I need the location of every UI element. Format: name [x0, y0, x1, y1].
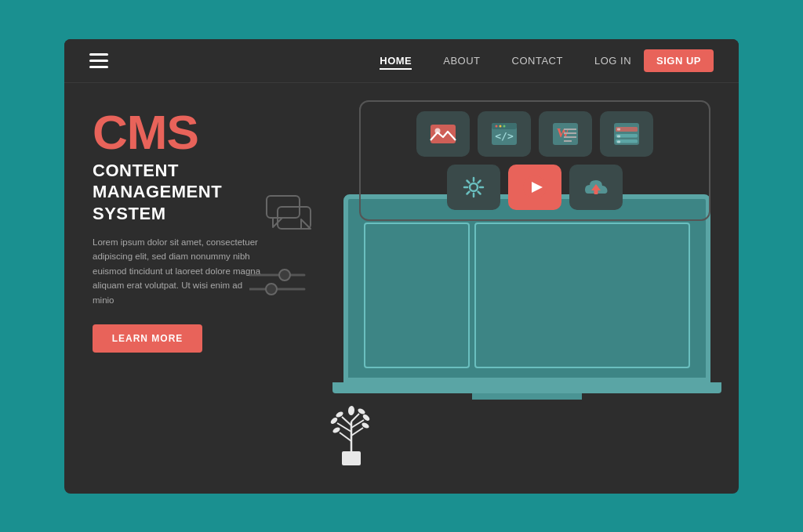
icon-cards-container: </> W [359, 100, 710, 221]
nav-item-about[interactable]: ABOUT [443, 53, 480, 67]
svg-line-28 [478, 180, 481, 183]
right-panel: </> W [343, 108, 710, 475]
main-content: CMS CONTENT MANAGEMENT SYSTEM Lorem ipsu… [64, 83, 739, 494]
text-icon-card[interactable]: W [539, 111, 592, 157]
svg-rect-19 [617, 135, 620, 137]
svg-line-39 [351, 428, 363, 436]
cms-title: CMS [93, 108, 328, 157]
svg-rect-20 [617, 140, 620, 143]
image-icon-card[interactable] [416, 111, 470, 157]
screen-block-center [474, 223, 690, 368]
svg-marker-52 [301, 219, 311, 229]
learn-more-button[interactable]: LEARN MORE [93, 324, 202, 353]
svg-point-6 [503, 125, 506, 127]
screen-layout [348, 199, 706, 378]
svg-point-21 [470, 183, 478, 191]
svg-line-29 [467, 191, 470, 194]
cloud-icon-card[interactable] [569, 165, 623, 210]
svg-rect-34 [342, 451, 361, 465]
signup-button[interactable]: SIGN UP [644, 49, 714, 72]
login-button[interactable]: LOG IN [594, 55, 631, 67]
laptop-stand [472, 393, 582, 400]
svg-point-56 [266, 284, 277, 295]
hamburger-menu[interactable] [89, 53, 108, 68]
svg-point-54 [279, 270, 290, 280]
nav-item-contact[interactable]: CONTACT [512, 53, 563, 67]
icon-row-top: </> W [373, 111, 696, 157]
screen-block-left [364, 223, 470, 368]
svg-line-36 [340, 432, 351, 441]
nav-links: HOME ABOUT CONTACT [380, 53, 563, 67]
slider-decoration [249, 269, 312, 300]
nav-actions: LOG IN SIGN UP [594, 49, 714, 72]
icon-row-bottom [373, 165, 696, 210]
svg-text:</>: </> [495, 130, 514, 142]
code-icon-card[interactable]: </> [478, 111, 531, 157]
laptop-base [332, 382, 721, 393]
laptop-screen [343, 194, 710, 382]
settings-icon-card[interactable] [447, 165, 500, 210]
laptop-illustration [343, 194, 710, 475]
svg-rect-0 [431, 125, 456, 143]
svg-point-48 [347, 405, 354, 415]
plant-decoration [328, 398, 375, 469]
list-icon-card[interactable] [600, 111, 653, 157]
svg-rect-33 [594, 189, 598, 194]
svg-line-41 [351, 414, 359, 422]
svg-point-5 [500, 125, 502, 127]
play-icon-card[interactable] [508, 165, 561, 210]
svg-line-26 [467, 180, 470, 183]
navbar: HOME ABOUT CONTACT LOG IN SIGN UP [64, 39, 739, 83]
chat-bubbles [265, 194, 320, 244]
nav-item-home[interactable]: HOME [380, 53, 412, 67]
cms-description: Lorem ipsum dolor sit amet, consectetuer… [93, 235, 265, 307]
main-page: HOME ABOUT CONTACT LOG IN SIGN UP CMS CO… [64, 39, 739, 494]
svg-rect-18 [617, 128, 620, 130]
svg-line-27 [478, 191, 481, 194]
svg-point-4 [496, 125, 498, 127]
svg-line-38 [342, 417, 351, 425]
